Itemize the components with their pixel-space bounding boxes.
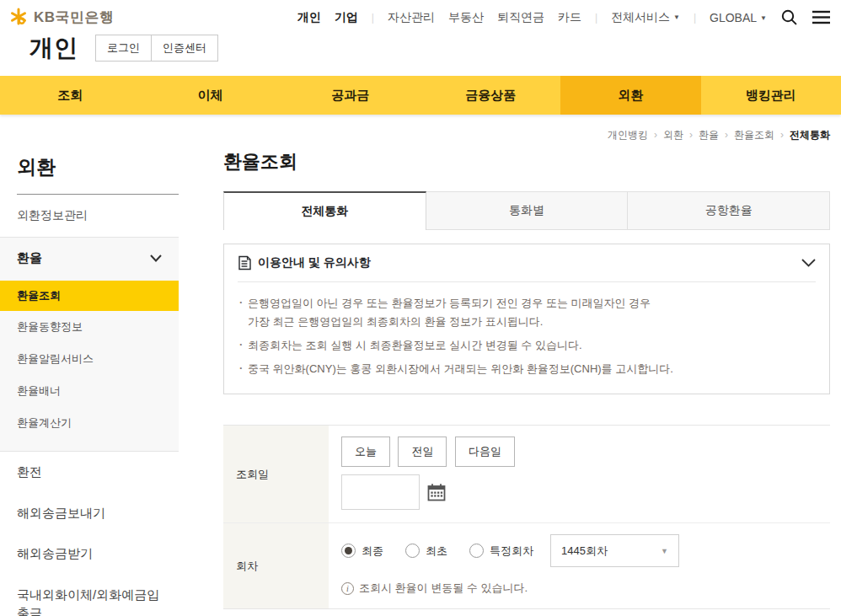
round-radio-group: 최종 최초 특정회차 1445회차 ▼ <box>341 534 830 567</box>
notice-bullet: 최종회차는 조회 실행 시 최종환율정보로 실시간 변경될 수 있습니다. <box>239 336 816 355</box>
notice-bullet: 은행영업일이 아닌 경우 또는 환율정보가 등록되기 전인 경우 또는 미래일자… <box>239 294 816 331</box>
sidebar-item-exchange-rate-banner[interactable]: 환율배너 <box>0 375 179 407</box>
gnb-item-inquiry[interactable]: 조회 <box>0 76 140 115</box>
next-day-button[interactable]: 다음일 <box>455 437 515 467</box>
radio-selected-icon <box>341 544 356 558</box>
radio-unselected-icon <box>405 544 420 558</box>
nav-corporate[interactable]: 기업 <box>335 10 358 25</box>
notice-header[interactable]: 이용안내 및 유의사항 <box>224 244 829 281</box>
breadcrumb-separator: › <box>725 129 728 141</box>
sidebar-item-currency-exchange[interactable]: 환전 <box>0 452 179 493</box>
cert-center-button[interactable]: 인증센터 <box>151 35 218 62</box>
login-button[interactable]: 로그인 <box>95 35 152 62</box>
tab-bar: 전체통화 통화별 공항환율 <box>223 191 830 230</box>
tab-all-currencies[interactable]: 전체통화 <box>223 191 426 230</box>
chevron-down-icon <box>150 254 162 262</box>
divider: | <box>595 12 597 24</box>
auth-buttons: 로그인 인증센터 <box>95 35 218 62</box>
notice-body: 은행영업일이 아닌 경우 또는 환율정보가 등록되기 전인 경우 또는 미래일자… <box>224 282 829 394</box>
sidebar-item-fx-info-management[interactable]: 외환정보관리 <box>0 195 179 237</box>
sidebar-title: 외환 <box>17 154 179 195</box>
gnb-item-transfer[interactable]: 이체 <box>140 76 280 115</box>
sidebar-group-label: 환율 <box>17 250 42 266</box>
gnb-menu: 조회 이체 공과금 금융상품 외환 뱅킹관리 <box>0 76 841 115</box>
breadcrumb-current: 전체통화 <box>790 129 830 141</box>
nav-card[interactable]: 카드 <box>558 10 581 25</box>
nav-pension[interactable]: 퇴직연금 <box>497 10 544 25</box>
quick-date-buttons: 오늘 전일 다음일 <box>341 437 830 467</box>
breadcrumb-item[interactable]: 환율 <box>699 129 719 141</box>
breadcrumb-item[interactable]: 외환 <box>663 129 683 141</box>
sidebar: 외환 외환정보관리 환율 환율조회 환율동향정보 환율알림서비스 환율배너 환율… <box>0 146 179 616</box>
chevron-down-icon: ▼ <box>673 13 680 21</box>
usage-notice-box: 이용안내 및 유의사항 은행영업일이 아닌 경우 또는 환율정보가 등록되기 전… <box>223 244 830 394</box>
note-icon <box>238 255 251 271</box>
breadcrumb-separator: › <box>689 129 693 141</box>
round-row-body: 최종 최초 특정회차 1445회차 ▼ <box>329 523 830 608</box>
form-row-round: 회차 최종 최초 특정회차 <box>223 522 830 608</box>
gnb-item-financial-products[interactable]: 금융상품 <box>420 76 560 115</box>
sidebar-item-domestic-fx-transfer[interactable]: 국내외화이체/외화예금입출금 <box>0 575 179 616</box>
gnb-item-utility-bills[interactable]: 공과금 <box>281 76 420 115</box>
sidebar-item-exchange-rate-alert[interactable]: 환율알림서비스 <box>0 343 179 375</box>
round-row-label: 회차 <box>223 523 329 608</box>
inquiry-form-table: 조회일 오늘 전일 다음일 <box>223 425 830 609</box>
nav-all-services[interactable]: 전체서비스▼ <box>611 10 680 25</box>
tab-by-currency[interactable]: 통화별 <box>426 191 629 230</box>
date-row-body: 오늘 전일 다음일 <box>329 426 830 522</box>
radio-specific-round[interactable]: 특정회차 <box>469 544 533 559</box>
masthead: 개인 로그인 인증센터 <box>0 27 841 76</box>
search-icon[interactable] <box>780 8 798 26</box>
tab-airport-rates[interactable]: 공항환율 <box>628 191 830 230</box>
utility-nav: 개인 기업 | 자산관리 부동산 퇴직연금 카드 | 전체서비스▼ | GLOB… <box>297 7 831 26</box>
breadcrumb-separator: › <box>780 129 784 141</box>
radio-last-round[interactable]: 최종 <box>341 544 383 559</box>
sidebar-item-overseas-remittance-receive[interactable]: 해외송금받기 <box>0 533 179 575</box>
brand-name: KB국민은행 <box>34 8 115 27</box>
nav-real-estate[interactable]: 부동산 <box>448 10 484 25</box>
nav-global[interactable]: GLOBAL▼ <box>710 11 767 24</box>
info-note: i 조회시 환율이 변동될 수 있습니다. <box>341 581 830 596</box>
sidebar-group-header-exchange-rate[interactable]: 환율 <box>0 238 179 277</box>
section-title: 개인 <box>29 32 78 64</box>
radio-first-round[interactable]: 최초 <box>405 544 447 559</box>
sidebar-bottom-list: 환전 해외송금보내기 해외송금받기 국내외화이체/외화예금입출금 <box>0 452 179 616</box>
gnb-item-banking-management[interactable]: 뱅킹관리 <box>701 76 841 115</box>
divider: | <box>694 12 696 24</box>
notice-bullet: 중국 위안화(CNY)는 홍콩 외환시장에서 거래되는 위안화 환율정보(CNH… <box>239 360 816 378</box>
date-input[interactable] <box>341 474 420 510</box>
breadcrumb-separator: › <box>654 129 657 141</box>
round-select-dropdown[interactable]: 1445회차 ▼ <box>550 534 679 567</box>
notice-title: 이용안내 및 유의사항 <box>258 255 371 271</box>
previous-day-button[interactable]: 전일 <box>398 437 447 467</box>
content-area: 외환 외환정보관리 환율 환율조회 환율동향정보 환율알림서비스 환율배너 환율… <box>0 146 841 616</box>
sidebar-group-exchange-rate: 환율 환율조회 환율동향정보 환율알림서비스 환율배너 환율계산기 <box>0 237 179 452</box>
nav-wealth[interactable]: 자산관리 <box>388 10 435 25</box>
date-row-label: 조회일 <box>223 426 329 522</box>
kb-logo[interactable]: KB국민은행 <box>8 7 115 27</box>
top-header: KB국민은행 개인 기업 | 자산관리 부동산 퇴직연금 카드 | 전체서비스▼… <box>0 0 841 27</box>
main-panel: 환율조회 전체통화 통화별 공항환율 이용안내 및 유의사항 <box>223 146 841 616</box>
breadcrumb-item[interactable]: 환율조회 <box>734 129 774 141</box>
sidebar-sub-list: 환율조회 환율동향정보 환율알림서비스 환율배너 환율계산기 <box>0 277 179 451</box>
nav-personal[interactable]: 개인 <box>297 10 321 25</box>
breadcrumb: 개인뱅킹›외환›환율›환율조회›전체통화 <box>0 115 841 146</box>
page-title: 환율조회 <box>223 149 830 174</box>
kb-star-icon <box>8 7 29 27</box>
notice-collapse-chevron-icon[interactable] <box>801 259 816 267</box>
divider: | <box>372 12 374 24</box>
info-icon: i <box>341 582 354 595</box>
gnb-item-foreign-exchange[interactable]: 외환 <box>560 76 700 115</box>
menu-hamburger-icon[interactable] <box>812 9 831 25</box>
sidebar-item-exchange-rate-inquiry[interactable]: 환율조회 <box>0 281 179 311</box>
sidebar-item-exchange-rate-calculator[interactable]: 환율계산기 <box>0 407 179 439</box>
breadcrumb-item[interactable]: 개인뱅킹 <box>608 129 648 141</box>
today-button[interactable]: 오늘 <box>341 437 390 467</box>
date-input-line <box>341 474 830 510</box>
sidebar-item-overseas-remittance-send[interactable]: 해외송금보내기 <box>0 493 179 534</box>
sidebar-item-exchange-rate-trend[interactable]: 환율동향정보 <box>0 311 179 343</box>
chevron-down-icon: ▼ <box>760 14 767 22</box>
chevron-down-icon: ▼ <box>661 547 668 555</box>
calendar-icon[interactable] <box>427 483 446 501</box>
form-row-date: 조회일 오늘 전일 다음일 <box>223 426 830 522</box>
